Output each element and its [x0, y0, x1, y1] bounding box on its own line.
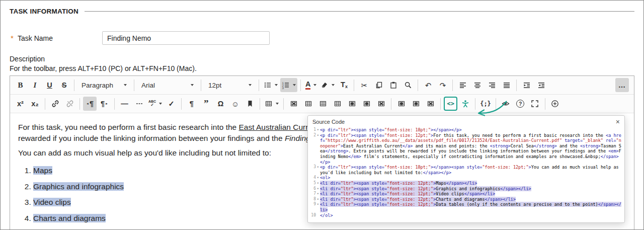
font-family-select[interactable]: Arial	[137, 78, 198, 92]
page-break-button[interactable]	[132, 97, 146, 111]
help-button[interactable]: ?	[514, 97, 527, 111]
code-line: 5▾<li dir="ltr"><span style="font-size: …	[309, 181, 622, 186]
toolbar-separator	[516, 80, 517, 91]
fullscreen-button[interactable]	[528, 97, 542, 111]
insert-link-button[interactable]	[48, 97, 62, 111]
accept-check-button[interactable]: ✓	[165, 97, 178, 111]
grid-icon	[334, 100, 342, 108]
rtl-icon: ¶►	[101, 100, 108, 108]
selected-text: Maps	[33, 166, 52, 175]
align-center-button[interactable]	[470, 78, 484, 92]
undo-icon: ↶	[425, 82, 432, 89]
line-number: 2▾	[309, 133, 320, 165]
underline-button[interactable]: U	[43, 78, 56, 92]
text-color-button[interactable]: A	[304, 78, 318, 92]
delete-table-button[interactable]	[287, 97, 300, 111]
strikethrough-icon: S	[62, 82, 67, 89]
fold-arrow-icon[interactable]: ▾	[316, 175, 319, 181]
horizontal-line-button[interactable]: —	[118, 97, 131, 111]
fold-arrow-icon[interactable]: ▾	[316, 133, 319, 138]
code-text: <p dir="ltr"><span style="font-size: 18p…	[320, 165, 622, 175]
code-text: <li dir="ltr"><span style="font-size: 12…	[320, 191, 622, 197]
chevron-down-icon	[191, 84, 194, 86]
code-text: <p dir="ltr"><span style="font-size: 18p…	[320, 127, 622, 133]
spellcheck-button[interactable]: ABC✓	[147, 97, 164, 111]
pagebreak-icon	[135, 100, 143, 108]
paste-button[interactable]	[386, 78, 400, 92]
fold-arrow-icon[interactable]: ▾	[316, 181, 319, 186]
more-tools-button[interactable]: …	[615, 78, 629, 92]
justify-button[interactable]	[500, 78, 513, 92]
align-left-button[interactable]	[456, 78, 469, 92]
bullet-list-button[interactable]	[262, 78, 279, 92]
fold-arrow-icon[interactable]: ▾	[316, 197, 319, 202]
fold-arrow-icon[interactable]: ▾	[316, 191, 319, 197]
unlink-icon	[66, 100, 74, 108]
source-code-textarea[interactable]: 1▾<p dir="ltr"><span style="font-size: 1…	[308, 126, 624, 222]
font-size-select[interactable]: 12pt	[204, 78, 256, 92]
blockquote-button[interactable]: ”	[199, 97, 213, 111]
ltr-paragraph-button[interactable]: ◄¶	[83, 97, 97, 111]
task-name-input[interactable]	[102, 31, 270, 45]
task-name-label: Task Name	[18, 34, 102, 42]
selected-text: Video clips	[33, 198, 71, 206]
accessibility-checker-button[interactable]	[458, 97, 472, 111]
toolbar-separator	[260, 98, 260, 110]
gridplus-icon	[348, 100, 356, 108]
bold-button[interactable]: B	[14, 78, 27, 92]
delete-column-button[interactable]	[424, 97, 437, 111]
line-number: 5▾	[309, 181, 320, 186]
paragraphmarks-icon: ¶	[190, 100, 194, 108]
dialog-header: Source Code ×	[308, 116, 624, 126]
fold-arrow-icon[interactable]: ▾	[316, 186, 319, 192]
undo-button[interactable]: ↶	[421, 78, 435, 92]
special-character-button[interactable]: Ω	[214, 97, 227, 111]
subscript-button[interactable]: x₂	[28, 97, 42, 111]
emoticons-button[interactable]: ☺	[228, 97, 242, 111]
search-button[interactable]	[401, 78, 415, 92]
remove-link-button[interactable]	[63, 97, 76, 111]
highlight-color-button[interactable]	[319, 78, 336, 92]
strikethrough-button[interactable]: S	[57, 78, 71, 92]
rtl-paragraph-button[interactable]: ¶►	[98, 97, 111, 111]
show-paragraph-marks-button[interactable]: ¶	[185, 97, 198, 111]
cell-properties-button[interactable]	[301, 97, 315, 111]
fold-arrow-icon[interactable]: ▾	[316, 202, 319, 207]
selected-text: Charts and diagrams	[33, 214, 106, 222]
numlist-icon: 123	[282, 81, 290, 89]
check-icon: ✓	[169, 100, 175, 108]
delete-row-button[interactable]	[374, 97, 388, 111]
redo-button[interactable]: ↷	[436, 78, 449, 92]
redo-icon: ↷	[440, 82, 446, 89]
paragraph-style-select[interactable]: Paragraph	[77, 78, 131, 92]
indent-button[interactable]	[520, 78, 533, 92]
table-menu-button[interactable]	[263, 97, 280, 111]
code-text: <li dir="ltr"><span style="font-size: 12…	[320, 197, 622, 202]
close-icon[interactable]: ×	[616, 118, 620, 125]
copy-button[interactable]	[372, 78, 385, 92]
insert-button[interactable]	[548, 97, 562, 111]
insert-row-below-button[interactable]	[360, 97, 373, 111]
insert-column-left-button[interactable]	[394, 97, 408, 111]
east-australian-current-link[interactable]: East Australian Current	[239, 123, 319, 131]
anchor-button[interactable]	[243, 97, 257, 111]
source-code-button[interactable]: <>	[444, 97, 457, 111]
insert-row-above-button[interactable]	[345, 97, 359, 111]
bold-icon: B	[18, 82, 23, 89]
numbered-list-button[interactable]: 123	[280, 78, 297, 92]
clear-formatting-button[interactable]: Tx	[337, 78, 351, 92]
fold-arrow-icon[interactable]: ▾	[316, 165, 319, 170]
spellcheck-icon: ABC✓	[148, 100, 156, 108]
merge-cells-button[interactable]	[316, 97, 330, 111]
fold-arrow-icon[interactable]: ▾	[316, 127, 319, 133]
outdent-button[interactable]	[534, 78, 548, 92]
split-cell-button[interactable]	[331, 97, 344, 111]
italic-button[interactable]: I	[28, 78, 42, 92]
code-text: <li dir="ltr"><span style="font-size: 12…	[320, 181, 622, 186]
toolbar-separator	[74, 80, 74, 91]
cut-button[interactable]: ✂	[357, 78, 371, 92]
aligncenter-icon	[473, 81, 481, 89]
superscript-button[interactable]: x²	[14, 97, 27, 111]
insert-column-right-button[interactable]	[409, 97, 423, 111]
align-right-button[interactable]	[485, 78, 499, 92]
